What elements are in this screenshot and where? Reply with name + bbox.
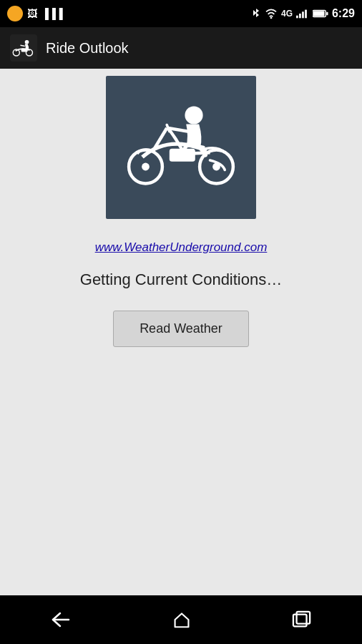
svg-point-0 [270, 17, 273, 19]
svg-rect-6 [313, 11, 325, 16]
app-title: Ride Outlook [46, 40, 129, 57]
main-content: www.WeatherUnderground.com Getting Curre… [0, 69, 362, 595]
sun-icon [7, 6, 23, 21]
svg-rect-3 [302, 11, 304, 18]
photo-icon: 🖼 [27, 8, 37, 19]
battery-icon [313, 9, 328, 18]
network-type-label: 4G [281, 9, 293, 19]
home-button[interactable] [157, 604, 207, 635]
recent-apps-button[interactable] [278, 603, 326, 636]
svg-rect-1 [296, 16, 298, 19]
svg-rect-2 [299, 14, 301, 18]
read-weather-button[interactable]: Read Weather [113, 311, 249, 347]
svg-rect-20 [297, 612, 310, 624]
bluetooth-icon [251, 7, 261, 20]
svg-point-14 [142, 163, 150, 171]
back-button[interactable] [36, 604, 86, 635]
status-bar-right: 4G 6:29 [251, 7, 355, 20]
signal-icon [296, 9, 309, 19]
svg-rect-19 [293, 615, 307, 627]
motorcycle-illustration [117, 90, 245, 205]
svg-rect-17 [170, 149, 195, 162]
app-icon [10, 34, 37, 62]
weather-link[interactable]: www.WeatherUnderground.com [95, 240, 268, 255]
svg-point-12 [185, 106, 202, 124]
motorcycle-small-icon [11, 39, 36, 57]
svg-rect-7 [326, 12, 328, 16]
status-text: Getting Current Conditions… [66, 270, 296, 289]
bottom-nav [0, 595, 362, 644]
bars-icon: ▐▐▐ [41, 8, 63, 19]
wifi-icon [265, 9, 278, 19]
svg-rect-11 [21, 49, 28, 52]
status-bar: 🖼 ▐▐▐ 4G 6:29 [0, 0, 362, 27]
clock: 6:29 [332, 7, 355, 20]
recent-apps-icon [292, 610, 312, 629]
motorcycle-image [106, 76, 256, 219]
svg-point-8 [25, 40, 29, 44]
svg-rect-4 [305, 10, 307, 19]
home-icon [171, 611, 192, 628]
app-bar: Ride Outlook [0, 27, 362, 69]
back-icon [50, 611, 72, 628]
status-bar-left: 🖼 ▐▐▐ [7, 6, 63, 21]
